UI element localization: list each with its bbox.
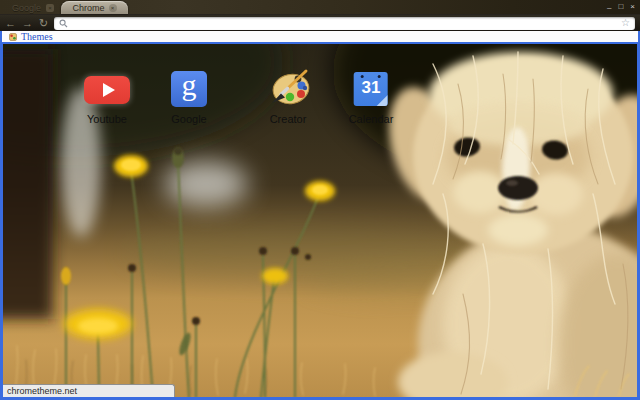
icon-slot: 31: [354, 70, 388, 108]
icon-slot: [84, 70, 130, 108]
app-label: Calendar: [349, 113, 394, 125]
tab-google[interactable]: Google ×: [12, 2, 54, 14]
bookmark-star-icon[interactable]: ☆: [621, 18, 630, 28]
palette-icon: [265, 68, 311, 108]
maximize-icon[interactable]: □: [618, 2, 623, 11]
tab-strip: Google × Chrome × – □ ×: [0, 0, 640, 14]
window-controls: – □ ×: [607, 2, 635, 11]
app-shortcut-creator[interactable]: Creator: [265, 70, 311, 125]
bookmarks-bar: Themes: [0, 31, 640, 42]
calendar-fold: [377, 95, 388, 106]
tab-label: Chrome: [72, 3, 104, 13]
icon-slot: [265, 70, 311, 108]
browser-window: Google × Chrome × – □ × ← → ↻ ☆: [0, 0, 640, 400]
app-shortcut-calendar[interactable]: 31 Calendar: [349, 70, 394, 125]
tab-close-icon[interactable]: ×: [109, 4, 117, 12]
close-icon[interactable]: ×: [630, 2, 635, 11]
app-label: Google: [171, 113, 206, 125]
new-tab-page: Youtube g Google: [0, 42, 640, 400]
navigation-toolbar: ← → ↻ ☆: [0, 14, 640, 31]
app-shortcut-google[interactable]: g Google: [171, 70, 207, 125]
tab-close-icon[interactable]: ×: [46, 4, 54, 12]
calendar-icon: 31: [354, 72, 388, 106]
app-label: Youtube: [87, 113, 127, 125]
forward-icon[interactable]: →: [22, 18, 33, 29]
minimize-icon[interactable]: –: [607, 3, 611, 12]
address-bar[interactable]: ☆: [54, 17, 635, 30]
search-icon: [59, 19, 68, 28]
reload-icon[interactable]: ↻: [39, 18, 48, 29]
status-bubble: chrometheme.net: [3, 384, 175, 397]
app-shortcut-youtube[interactable]: Youtube: [84, 70, 130, 125]
tab-label: Google: [12, 3, 41, 13]
bookmark-item-themes[interactable]: Themes: [21, 32, 53, 42]
themes-favicon-icon: [9, 33, 17, 41]
tab-chrome[interactable]: Chrome ×: [61, 1, 128, 14]
icon-slot: g: [171, 70, 207, 108]
play-icon: [103, 83, 115, 97]
app-label: Creator: [270, 113, 307, 125]
google-icon: g: [171, 71, 207, 107]
google-g-glyph: g: [182, 68, 197, 102]
back-icon[interactable]: ←: [5, 18, 16, 29]
address-input[interactable]: [71, 18, 618, 29]
youtube-icon: [84, 76, 130, 104]
